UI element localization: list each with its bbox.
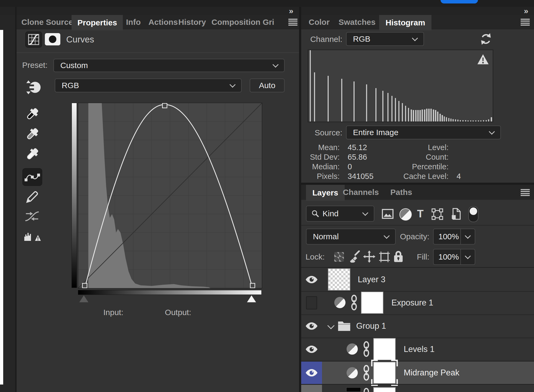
tab-channels[interactable]: Channels: [343, 185, 379, 200]
divider: [301, 225, 534, 226]
visibility-toggle[interactable]: [301, 385, 322, 392]
link-icon[interactable]: [351, 294, 357, 311]
curve-point-tool-icon[interactable]: [22, 168, 42, 186]
lock-all-padlock-icon[interactable]: [393, 250, 404, 264]
tab-histogram[interactable]: Histogram: [379, 15, 431, 30]
curve-horizontal-gradient: [78, 290, 262, 295]
curve-point-handle[interactable]: [83, 283, 87, 288]
chevron-down-icon: [384, 233, 390, 239]
lock-transparency-icon[interactable]: [334, 252, 344, 262]
visibility-toggle[interactable]: [301, 362, 322, 384]
fill-field[interactable]: 100%: [433, 249, 475, 265]
visibility-toggle[interactable]: [301, 268, 322, 291]
black-point-eyedropper-icon[interactable]: [22, 106, 42, 123]
mask-thumbnail[interactable]: [361, 292, 383, 314]
tab-layers[interactable]: Layers: [306, 185, 345, 201]
collapse-left-dock-icon[interactable]: »: [289, 6, 293, 15]
curve-point-handle[interactable]: [250, 283, 255, 288]
adjustment-layer-icon: [346, 387, 361, 392]
curve-slider-track: [78, 295, 262, 304]
highlight-input-slider[interactable]: [247, 295, 256, 302]
histogram-panel-menu-icon[interactable]: [521, 19, 530, 26]
filter-kind-dropdown[interactable]: Kind: [306, 206, 374, 222]
histogram-channel-dropdown[interactable]: RGB: [346, 32, 424, 46]
curves-channel-dropdown[interactable]: RGB: [55, 79, 242, 92]
percentile-label: Percentile:: [392, 162, 449, 171]
blend-mode-dropdown[interactable]: Normal: [306, 229, 396, 245]
eye-icon: [306, 276, 317, 283]
histogram-warning-icon[interactable]: [22, 228, 42, 245]
link-icon[interactable]: [363, 340, 370, 358]
opacity-label: Opacity:: [398, 230, 429, 243]
visibility-toggle[interactable]: [301, 314, 322, 338]
filter-toggle[interactable]: [468, 206, 478, 222]
white-point-eyedropper-icon[interactable]: [22, 146, 42, 163]
smooth-curve-icon[interactable]: [22, 208, 42, 225]
document-canvas-sliver[interactable]: [0, 30, 3, 385]
layer-name[interactable]: Group 1: [356, 314, 386, 338]
tab-info[interactable]: Info: [126, 15, 141, 29]
tab-composition-grid[interactable]: Composition Gri: [211, 15, 285, 29]
tab-paths[interactable]: Paths: [390, 185, 412, 200]
photoshop-workspace: » » Clone Source Properties Info Actions…: [0, 0, 534, 392]
folder-icon: [337, 320, 351, 331]
filter-type-layers-icon[interactable]: T: [417, 208, 423, 220]
filter-kind-value: Kind: [323, 209, 339, 218]
tab-actions[interactable]: Actions: [148, 15, 178, 29]
histogram-warning-badge-icon[interactable]: [477, 54, 489, 65]
share-button[interactable]: [441, 0, 478, 3]
tab-swatches[interactable]: Swatches: [339, 15, 375, 29]
layer-name[interactable]: Layer 3: [358, 268, 385, 291]
preset-dropdown[interactable]: Custom: [53, 59, 285, 72]
layer-name[interactable]: Midrange Peak: [404, 362, 460, 384]
curve-graph[interactable]: [78, 103, 262, 288]
targeted-adjustment-icon[interactable]: [26, 79, 42, 96]
curve-point-handle[interactable]: [162, 103, 167, 108]
layer-name[interactable]: Levels 1: [404, 338, 434, 361]
layer-thumbnail[interactable]: [328, 268, 350, 291]
refresh-histogram-icon[interactable]: [480, 33, 492, 45]
mask-thumbnail[interactable]: [373, 387, 396, 392]
filter-adjustment-layers-icon[interactable]: [399, 208, 412, 221]
tab-properties[interactable]: Properties: [72, 15, 123, 30]
shadow-input-slider[interactable]: [79, 295, 88, 302]
lock-artboard-icon[interactable]: [379, 251, 390, 264]
mean-value: 45.12: [348, 143, 367, 152]
lock-position-icon[interactable]: [363, 250, 375, 264]
pixels-label: Pixels:: [294, 171, 340, 181]
layers-panel-menu-icon[interactable]: [521, 189, 530, 196]
gray-point-eyedropper-icon[interactable]: [22, 126, 42, 143]
layer-name[interactable]: Exposure 1: [391, 291, 433, 314]
filter-shape-layers-icon[interactable]: [431, 208, 443, 221]
auto-button[interactable]: Auto: [250, 79, 285, 92]
link-icon[interactable]: [363, 364, 370, 382]
adjustment-layer-icon: [347, 367, 358, 378]
tab-color[interactable]: Color: [309, 15, 329, 29]
link-icon[interactable]: [363, 388, 370, 392]
chevron-down-icon: [362, 210, 368, 216]
fill-dropdown-cell[interactable]: [460, 249, 475, 264]
mask-thumbnail[interactable]: [373, 362, 396, 384]
count-label: Count:: [392, 152, 449, 162]
curves-channel-value: RGB: [62, 81, 79, 90]
output-label: Output:: [150, 307, 191, 318]
visibility-toggle[interactable]: [301, 291, 322, 314]
mask-thumbnail[interactable]: [373, 338, 396, 360]
opacity-dropdown-cell[interactable]: [460, 229, 475, 244]
row-divider: [301, 314, 534, 315]
curves-adjustment-icon: [25, 32, 42, 48]
opacity-field[interactable]: 100%: [433, 229, 475, 245]
source-dropdown[interactable]: Entire Image: [346, 126, 501, 139]
tab-history[interactable]: History: [178, 15, 206, 29]
visibility-toggle[interactable]: [301, 338, 322, 361]
source-label: Source:: [304, 126, 342, 139]
tab-clone-source[interactable]: Clone Source: [21, 15, 73, 29]
filter-pixel-layers-icon[interactable]: [382, 209, 394, 220]
filter-smart-objects-icon[interactable]: [451, 208, 461, 221]
properties-panel-menu-icon[interactable]: [288, 19, 297, 26]
dock-header-strip: [0, 7, 534, 15]
lock-pixels-brush-icon[interactable]: [349, 250, 360, 264]
eye-icon: [306, 369, 317, 377]
collapse-right-dock-icon[interactable]: »: [524, 6, 528, 15]
pencil-tool-icon[interactable]: [22, 189, 42, 206]
